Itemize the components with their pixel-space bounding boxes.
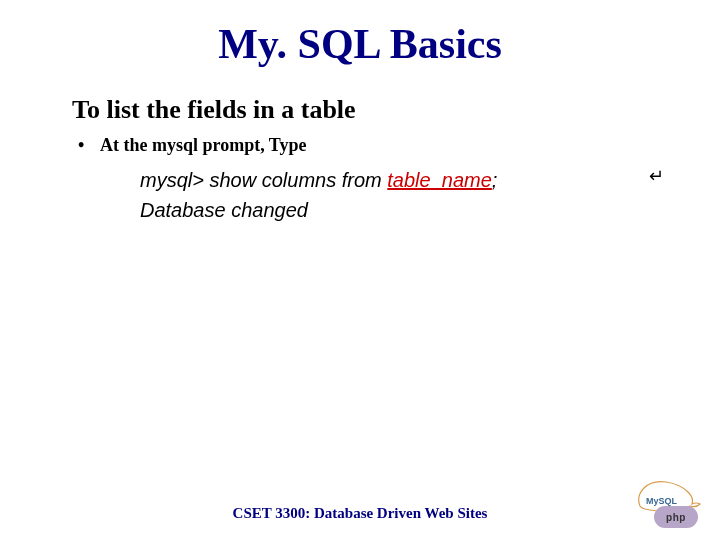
bullet-item: •At the mysql prompt, Type bbox=[78, 135, 307, 156]
slide: My. SQL Basics To list the fields in a t… bbox=[0, 0, 720, 540]
logo-group: MySQL php bbox=[612, 478, 702, 528]
code-prompt: mysql> bbox=[140, 169, 209, 191]
return-key-icon: ↵ bbox=[649, 165, 664, 187]
code-cmd-post: ; bbox=[492, 169, 498, 191]
slide-subtitle: To list the fields in a table bbox=[72, 95, 356, 125]
code-table-name: table_name bbox=[387, 169, 492, 191]
bullet-dot-icon: • bbox=[78, 135, 100, 156]
slide-title: My. SQL Basics bbox=[0, 20, 720, 68]
code-block: mysql> show columns from table_name; Dat… bbox=[140, 165, 497, 225]
code-cmd-pre: show columns from bbox=[209, 169, 387, 191]
php-logo-text: php bbox=[666, 512, 686, 523]
bullet-text: At the mysql prompt, Type bbox=[100, 135, 307, 155]
mysql-logo-text: MySQL bbox=[646, 496, 678, 506]
php-logo-icon: php bbox=[654, 506, 698, 528]
code-line-1: mysql> show columns from table_name; bbox=[140, 165, 497, 195]
code-line-2: Database changed bbox=[140, 195, 497, 225]
